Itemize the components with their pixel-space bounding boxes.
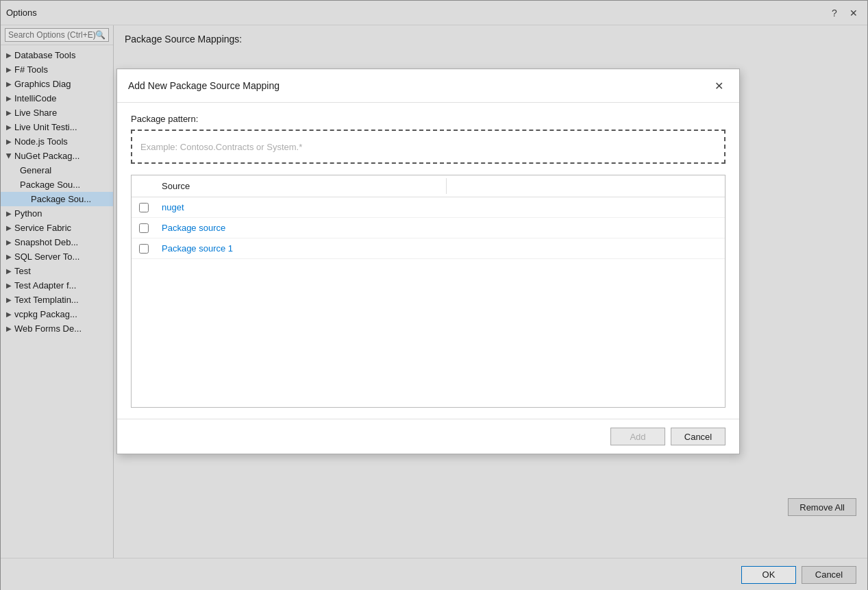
add-button[interactable]: Add — [610, 428, 665, 445]
table-row: nuget — [132, 197, 725, 218]
pattern-input[interactable] — [131, 130, 726, 164]
source-list-header: Source — [132, 175, 725, 197]
table-row: Package source — [132, 218, 725, 238]
dialog-title: Add New Package Source Mapping — [128, 80, 280, 91]
source-column-header: Source — [156, 178, 447, 194]
row-check-package-source-1[interactable] — [132, 244, 156, 254]
dialog-overlay: Add New Package Source Mapping ✕ Package… — [0, 0, 868, 590]
dialog-close-button[interactable]: ✕ — [709, 76, 728, 95]
checkbox-package-source[interactable] — [139, 223, 149, 233]
pattern-label: Package pattern: — [131, 114, 726, 124]
checkbox-nuget[interactable] — [139, 203, 149, 212]
row-check-nuget[interactable] — [132, 203, 156, 212]
dialog-footer: Add Cancel — [117, 419, 739, 454]
source-name-nuget[interactable]: nuget — [156, 201, 725, 214]
dialog-body: Package pattern: Source nuget — [117, 103, 739, 419]
checkbox-package-source-1[interactable] — [139, 244, 149, 254]
source-name-package-source[interactable]: Package source — [156, 221, 725, 234]
add-mapping-dialog: Add New Package Source Mapping ✕ Package… — [116, 69, 740, 454]
source-list-container: Source nuget Package source — [131, 175, 726, 408]
dialog-cancel-button[interactable]: Cancel — [671, 428, 726, 445]
table-row: Package source 1 — [132, 238, 725, 259]
source-name-package-source-1[interactable]: Package source 1 — [156, 242, 725, 255]
dialog-titlebar: Add New Package Source Mapping ✕ — [117, 69, 739, 103]
row-check-package-source[interactable] — [132, 223, 156, 233]
